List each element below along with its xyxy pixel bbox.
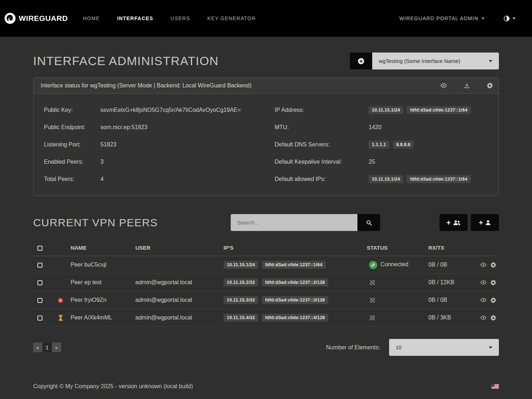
peer-status (367, 309, 428, 327)
brand[interactable]: WIREGUARD (4, 13, 68, 24)
field-label: Enabled Peers: (44, 159, 100, 165)
add-peer-buttons: + + (439, 214, 499, 231)
peer-ips: 10.11.15.2/32fdfd:d3ad:c0de:1237::2/128 (224, 274, 367, 291)
column-ips: IP'S (224, 240, 367, 256)
peer-rxtx: 0B / 3KB (428, 309, 475, 327)
footer: Copyright © My Company 2025 - version un… (0, 377, 532, 390)
peer-view-icon[interactable] (480, 297, 487, 303)
peer-row: Peer ep testadmin@wgportal.local10.11.15… (33, 274, 499, 291)
user-icon (485, 220, 491, 226)
peer-row-actions (475, 297, 499, 303)
peer-row-actions (475, 314, 499, 321)
peers-table: NAME USER IP'S STATUS RX/TX Peer buC5cxj… (33, 240, 499, 327)
field-value: 3 (100, 159, 104, 165)
peer-ip-badge: fdfd:d3ad:c0de:1237::2/128 (262, 278, 328, 286)
peer-settings-icon[interactable] (490, 280, 496, 286)
add-multiple-peers-button[interactable]: + (439, 214, 468, 231)
user-menu[interactable]: WIREGUARD PORTAL ADMIN (399, 15, 484, 21)
page-title: INTERFACE ADMINISTRATION (33, 54, 219, 68)
peer-settings-icon[interactable] (490, 262, 496, 268)
nav-item-home[interactable]: HOME (83, 15, 100, 21)
peer-settings-icon[interactable] (490, 315, 496, 321)
download-icon[interactable] (464, 82, 470, 89)
language-flag-us-icon[interactable] (491, 384, 499, 389)
peer-settings-icon[interactable] (490, 297, 496, 303)
page-size-label: Number of Elements: (326, 344, 380, 351)
interface-card-tools (440, 82, 493, 89)
peers-title: CURRENT VPN PEERS (33, 217, 158, 229)
nav-item-interfaces[interactable]: INTERFACES (117, 15, 153, 21)
peer-row: Peer A/Xk4mMLadmin@wgportal.local10.11.1… (33, 309, 499, 327)
plus-icon: + (446, 219, 451, 226)
peer-checkbox[interactable] (37, 263, 42, 268)
interface-field: IP Address:10.11.15.1/24fdfd:d3ad:c0de:1… (266, 101, 499, 119)
peer-checkbox[interactable] (37, 298, 42, 303)
peer-rxtx: 0B / 0B (428, 291, 475, 309)
search-input[interactable] (231, 214, 357, 231)
field-label: IP Address: (275, 107, 369, 113)
peer-row: Peer fryiO9Znadmin@wgportal.local10.11.1… (33, 291, 499, 309)
peer-view-icon[interactable] (480, 279, 487, 286)
interface-field: Default DNS Servers:1.1.1.18.8.8.8 (266, 136, 499, 153)
eye-icon[interactable] (440, 82, 447, 89)
interface-details-left: Public Key:ssvmEelxG+k8jsNO5G7cq5r/Ak7Ii… (33, 101, 266, 188)
interface-card-header: Interface status for wgTesting (Server M… (33, 78, 499, 94)
connected-link-icon (369, 261, 377, 269)
nav-menu: HOMEINTERFACESUSERSKEY GENERATOR (83, 15, 256, 21)
interface-details-right: IP Address:10.11.15.1/24fdfd:d3ad:c0de:1… (266, 101, 499, 188)
add-interface-button[interactable] (350, 53, 372, 69)
interface-card-body: Public Key:ssvmEelxG+k8jsNO5G7cq5r/Ak7Ii… (33, 94, 499, 196)
search-button[interactable] (357, 214, 380, 231)
peer-view-icon[interactable] (480, 314, 487, 321)
pagination-prev-button[interactable]: « (33, 343, 42, 352)
chevron-down-icon (513, 18, 515, 19)
gear-icon[interactable] (487, 82, 493, 89)
field-label: MTU: (275, 124, 369, 131)
not-connected-unlink-icon (369, 314, 376, 321)
search-icon (366, 219, 372, 226)
field-label: Listening Port: (44, 141, 100, 148)
nav-item-users[interactable]: USERS (171, 15, 190, 21)
peer-checkbox[interactable] (37, 316, 42, 321)
peer-ip-badge: 10.11.15.3/32 (224, 296, 258, 304)
peer-name: Peer A/Xk4mML (69, 309, 135, 327)
peer-view-icon[interactable] (480, 262, 487, 268)
page-size-select[interactable]: 10 (389, 339, 499, 356)
peer-ips: 10.11.15.1/24fdfd:d3ad:c0de:1237::1/64 (224, 256, 367, 274)
peer-ip-badge: 10.11.15.4/32 (224, 314, 258, 322)
nav-item-key-generator[interactable]: KEY GENERATOR (207, 15, 256, 21)
field-value: som.nicr.ep:51823 (100, 124, 148, 131)
pagination-current-page[interactable]: 1 (42, 343, 52, 352)
plus-icon: + (479, 219, 483, 226)
peer-ip-badge: 10.11.15.2/32 (224, 278, 258, 286)
peers-table-body: Peer buC5cxjl10.11.15.1/24fdfd:d3ad:c0de… (33, 256, 499, 327)
column-rxtx: RX/TX (428, 240, 475, 256)
chevron-down-icon (489, 346, 492, 349)
peer-disabled-icon (58, 298, 63, 303)
column-status: STATUS (367, 240, 428, 256)
select-all-checkbox[interactable] (37, 246, 42, 251)
field-value: ssvmEelxG+k8jsNO5G7cq5r/Ak7IiCodAvOyoCg1… (100, 107, 241, 113)
field-value: 25 (369, 159, 375, 165)
peer-checkbox[interactable] (37, 280, 42, 285)
pager-row: « 1 » Number of Elements: 10 (33, 339, 499, 356)
ip-badge: 1.1.1.1 (369, 141, 389, 149)
peer-rxtx: 0B / 12KB (428, 274, 475, 291)
not-connected-unlink-icon (369, 297, 376, 304)
peer-status: Connected (367, 256, 428, 274)
interface-field: Public Endpoint:som.nicr.ep:51823 (33, 119, 266, 136)
page-size-value: 10 (396, 344, 402, 350)
interface-select[interactable]: wgTesting (Some Interface Name) (372, 53, 499, 69)
peer-row: Peer buC5cxjl10.11.15.1/24fdfd:d3ad:c0de… (33, 256, 499, 274)
field-value: 10.11.15.1/24fdfd:d3ad:c0de:1237::1/64 (369, 106, 474, 114)
ip-badge: 10.11.15.1/24 (369, 175, 403, 183)
column-user: USER (135, 240, 224, 256)
interface-field: Enabled Peers:3 (33, 153, 266, 171)
search-group (231, 214, 380, 231)
add-peer-button[interactable]: + (471, 214, 499, 231)
field-label: Public Endpoint: (44, 124, 100, 131)
pagination-next-button[interactable]: » (52, 343, 61, 352)
theme-toggle[interactable] (503, 15, 515, 22)
field-label: Default allowed IPs: (275, 176, 369, 182)
user-menu-label: WIREGUARD PORTAL ADMIN (399, 15, 478, 21)
